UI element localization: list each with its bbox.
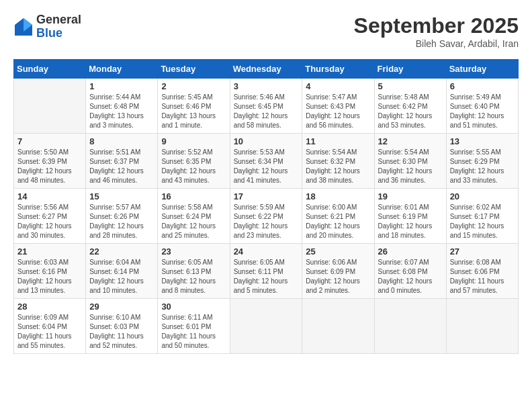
day-info: Sunrise: 5:49 AM Sunset: 6:40 PM Dayligh… — [450, 93, 515, 130]
calendar-table: SundayMondayTuesdayWednesdayThursdayFrid… — [13, 59, 519, 354]
calendar-cell: 12Sunrise: 5:54 AM Sunset: 6:30 PM Dayli… — [374, 134, 446, 189]
day-info: Sunrise: 5:48 AM Sunset: 6:42 PM Dayligh… — [378, 93, 443, 130]
calendar-cell: 5Sunrise: 5:48 AM Sunset: 6:42 PM Daylig… — [374, 79, 446, 134]
day-number: 10 — [234, 136, 299, 146]
weekday-header: Thursday — [302, 60, 374, 79]
day-info: Sunrise: 5:54 AM Sunset: 6:30 PM Dayligh… — [378, 148, 443, 185]
day-number: 16 — [161, 191, 226, 201]
day-number: 17 — [234, 191, 299, 201]
day-number: 9 — [161, 136, 226, 146]
location-subtitle: Bileh Savar, Ardabil, Iran — [354, 38, 519, 49]
calendar-cell — [374, 299, 446, 354]
day-info: Sunrise: 6:03 AM Sunset: 6:16 PM Dayligh… — [17, 258, 82, 295]
title-area: September 2025 Bileh Savar, Ardabil, Ira… — [354, 13, 519, 49]
day-number: 19 — [378, 191, 443, 201]
calendar-cell: 6Sunrise: 5:49 AM Sunset: 6:40 PM Daylig… — [446, 79, 518, 134]
calendar-cell: 8Sunrise: 5:51 AM Sunset: 6:37 PM Daylig… — [86, 134, 158, 189]
day-info: Sunrise: 5:53 AM Sunset: 6:34 PM Dayligh… — [234, 148, 299, 185]
calendar-cell: 13Sunrise: 5:55 AM Sunset: 6:29 PM Dayli… — [446, 134, 518, 189]
calendar-week-row: 28Sunrise: 6:09 AM Sunset: 6:04 PM Dayli… — [14, 299, 519, 354]
day-info: Sunrise: 5:54 AM Sunset: 6:32 PM Dayligh… — [306, 148, 370, 185]
calendar-cell: 29Sunrise: 6:10 AM Sunset: 6:03 PM Dayli… — [86, 299, 158, 354]
day-info: Sunrise: 5:47 AM Sunset: 6:43 PM Dayligh… — [306, 93, 370, 130]
day-number: 3 — [234, 81, 299, 91]
day-info: Sunrise: 5:55 AM Sunset: 6:29 PM Dayligh… — [450, 148, 515, 185]
calendar-cell: 3Sunrise: 5:46 AM Sunset: 6:45 PM Daylig… — [230, 79, 302, 134]
calendar-cell — [230, 299, 302, 354]
weekday-header: Saturday — [446, 60, 518, 79]
day-number: 8 — [89, 136, 154, 146]
page-header: General Blue September 2025 Bileh Savar,… — [13, 13, 519, 49]
weekday-header: Wednesday — [230, 60, 302, 79]
calendar-cell: 9Sunrise: 5:52 AM Sunset: 6:35 PM Daylig… — [158, 134, 230, 189]
logo-icon — [13, 17, 34, 37]
calendar-cell: 20Sunrise: 6:02 AM Sunset: 6:17 PM Dayli… — [446, 189, 518, 244]
calendar-week-row: 7Sunrise: 5:50 AM Sunset: 6:39 PM Daylig… — [14, 134, 519, 189]
logo-text: General Blue — [36, 13, 81, 40]
calendar-cell — [302, 299, 374, 354]
weekday-header: Tuesday — [158, 60, 230, 79]
calendar-week-row: 21Sunrise: 6:03 AM Sunset: 6:16 PM Dayli… — [14, 244, 519, 299]
calendar-cell: 16Sunrise: 5:58 AM Sunset: 6:24 PM Dayli… — [158, 189, 230, 244]
day-info: Sunrise: 6:04 AM Sunset: 6:14 PM Dayligh… — [89, 258, 154, 295]
day-number: 20 — [450, 191, 515, 201]
calendar-cell: 4Sunrise: 5:47 AM Sunset: 6:43 PM Daylig… — [302, 79, 374, 134]
day-info: Sunrise: 6:06 AM Sunset: 6:09 PM Dayligh… — [306, 258, 370, 295]
day-info: Sunrise: 6:05 AM Sunset: 6:11 PM Dayligh… — [234, 258, 299, 295]
calendar-week-row: 1Sunrise: 5:44 AM Sunset: 6:48 PM Daylig… — [14, 79, 519, 134]
day-number: 6 — [450, 81, 515, 91]
day-number: 18 — [306, 191, 370, 201]
calendar-cell: 27Sunrise: 6:08 AM Sunset: 6:06 PM Dayli… — [446, 244, 518, 299]
day-number: 7 — [17, 136, 82, 146]
day-number: 14 — [17, 191, 82, 201]
calendar-cell: 7Sunrise: 5:50 AM Sunset: 6:39 PM Daylig… — [14, 134, 86, 189]
calendar-cell: 17Sunrise: 5:59 AM Sunset: 6:22 PM Dayli… — [230, 189, 302, 244]
day-number: 4 — [306, 81, 370, 91]
logo-blue: Blue — [36, 27, 81, 40]
day-number: 15 — [89, 191, 154, 201]
day-number: 29 — [89, 302, 154, 312]
day-info: Sunrise: 5:46 AM Sunset: 6:45 PM Dayligh… — [234, 93, 299, 130]
day-info: Sunrise: 5:50 AM Sunset: 6:39 PM Dayligh… — [17, 148, 82, 185]
day-number: 5 — [378, 81, 443, 91]
calendar-cell: 23Sunrise: 6:05 AM Sunset: 6:13 PM Dayli… — [158, 244, 230, 299]
logo-general: General — [36, 13, 81, 27]
day-info: Sunrise: 6:05 AM Sunset: 6:13 PM Dayligh… — [161, 258, 226, 295]
day-number: 23 — [161, 246, 226, 257]
calendar-cell: 30Sunrise: 6:11 AM Sunset: 6:01 PM Dayli… — [158, 299, 230, 354]
calendar-cell: 28Sunrise: 6:09 AM Sunset: 6:04 PM Dayli… — [14, 299, 86, 354]
calendar-header-row: SundayMondayTuesdayWednesdayThursdayFrid… — [14, 60, 519, 79]
day-info: Sunrise: 5:51 AM Sunset: 6:37 PM Dayligh… — [89, 148, 154, 185]
calendar-cell: 24Sunrise: 6:05 AM Sunset: 6:11 PM Dayli… — [230, 244, 302, 299]
calendar-week-row: 14Sunrise: 5:56 AM Sunset: 6:27 PM Dayli… — [14, 189, 519, 244]
calendar-cell — [14, 79, 86, 134]
calendar-cell — [446, 299, 518, 354]
day-number: 21 — [17, 246, 82, 257]
calendar-cell: 2Sunrise: 5:45 AM Sunset: 6:46 PM Daylig… — [158, 79, 230, 134]
calendar-cell: 15Sunrise: 5:57 AM Sunset: 6:26 PM Dayli… — [86, 189, 158, 244]
day-info: Sunrise: 5:52 AM Sunset: 6:35 PM Dayligh… — [161, 148, 226, 185]
day-info: Sunrise: 6:11 AM Sunset: 6:01 PM Dayligh… — [161, 313, 226, 351]
day-number: 28 — [17, 302, 82, 312]
day-info: Sunrise: 6:09 AM Sunset: 6:04 PM Dayligh… — [17, 313, 82, 351]
day-info: Sunrise: 5:57 AM Sunset: 6:26 PM Dayligh… — [89, 203, 154, 240]
day-info: Sunrise: 5:44 AM Sunset: 6:48 PM Dayligh… — [89, 93, 154, 130]
day-number: 12 — [378, 136, 443, 146]
day-info: Sunrise: 5:59 AM Sunset: 6:22 PM Dayligh… — [234, 203, 299, 240]
weekday-header: Sunday — [14, 60, 86, 79]
calendar-cell: 25Sunrise: 6:06 AM Sunset: 6:09 PM Dayli… — [302, 244, 374, 299]
calendar-cell: 18Sunrise: 6:00 AM Sunset: 6:21 PM Dayli… — [302, 189, 374, 244]
day-info: Sunrise: 6:08 AM Sunset: 6:06 PM Dayligh… — [450, 258, 515, 295]
calendar-cell: 11Sunrise: 5:54 AM Sunset: 6:32 PM Dayli… — [302, 134, 374, 189]
day-info: Sunrise: 6:01 AM Sunset: 6:19 PM Dayligh… — [378, 203, 443, 240]
day-info: Sunrise: 6:00 AM Sunset: 6:21 PM Dayligh… — [306, 203, 370, 240]
day-info: Sunrise: 5:56 AM Sunset: 6:27 PM Dayligh… — [17, 203, 82, 240]
day-info: Sunrise: 5:45 AM Sunset: 6:46 PM Dayligh… — [161, 93, 226, 130]
day-number: 24 — [234, 246, 299, 257]
calendar-cell: 21Sunrise: 6:03 AM Sunset: 6:16 PM Dayli… — [14, 244, 86, 299]
day-number: 30 — [161, 302, 226, 312]
day-number: 25 — [306, 246, 370, 257]
day-number: 13 — [450, 136, 515, 146]
day-info: Sunrise: 6:02 AM Sunset: 6:17 PM Dayligh… — [450, 203, 515, 240]
day-info: Sunrise: 6:10 AM Sunset: 6:03 PM Dayligh… — [89, 313, 154, 351]
